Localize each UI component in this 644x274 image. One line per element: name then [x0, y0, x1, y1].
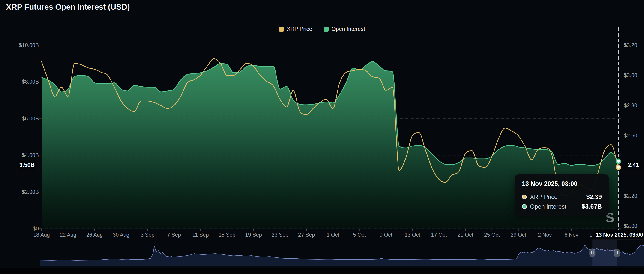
- navigator-handle-right[interactable]: [614, 249, 620, 257]
- open-interest-dot-icon: [522, 204, 527, 209]
- legend-label-open-interest: Open Interest: [332, 26, 365, 32]
- right-axis-tick-label: $2.20: [624, 192, 644, 199]
- legend-item-open-interest[interactable]: Open Interest: [324, 26, 365, 32]
- crosshair-left-axis-badge: 3.50B: [16, 160, 38, 170]
- tooltip-value-xrp-price: $2.39: [586, 193, 602, 201]
- open-interest-end-dot: [616, 159, 620, 163]
- right-axis-tick-label: $2.80: [624, 102, 644, 109]
- xrp-price-end-dot: [616, 165, 620, 169]
- left-axis-tick-label: $8.00B: [0, 78, 39, 85]
- left-axis-tick-label: $10.00B: [0, 42, 39, 49]
- left-axis-tick-label: $0: [0, 225, 39, 232]
- xrp-price-dot-icon: [522, 195, 527, 199]
- tooltip-label-open-interest: Open Interest: [530, 203, 566, 210]
- right-axis-tick-label: $2.00: [624, 223, 644, 230]
- left-axis-tick-label: $2.00B: [0, 189, 39, 195]
- tooltip-date: 13 Nov 2025, 03:00: [522, 180, 602, 187]
- tooltip-row-xrp-price: XRP Price $2.39: [522, 193, 602, 201]
- navigator-window[interactable]: [592, 240, 617, 266]
- right-axis-tick-label: $2.60: [624, 132, 644, 139]
- legend: XRP Price Open Interest: [0, 26, 644, 32]
- right-axis-tick-label: $3.20: [624, 42, 644, 49]
- navigator-area: [40, 245, 644, 266]
- legend-label-xrp-price: XRP Price: [287, 26, 312, 32]
- left-axis-tick-label: $6.00B: [0, 115, 39, 122]
- tooltip-value-open-interest: $3.67B: [582, 203, 602, 210]
- left-axis-tick-label: $4.00B: [0, 152, 39, 159]
- crosshair-right-axis-badge: 2.41: [623, 160, 644, 170]
- navigator-handle-left[interactable]: [589, 249, 595, 257]
- tooltip-row-open-interest: Open Interest $3.67B: [522, 203, 602, 210]
- page-title: XRP Futures Open Interest (USD): [6, 2, 130, 11]
- chart-panel: XRP Futures Open Interest (USD) XRP Pric…: [0, 0, 644, 274]
- right-axis-tick-label: $3.00: [624, 72, 644, 79]
- legend-item-xrp-price[interactable]: XRP Price: [279, 26, 312, 32]
- open-interest-swatch-icon: [324, 27, 328, 31]
- crosshair-date-badge: 13 Nov 2025, 03:00: [592, 230, 644, 240]
- tooltip-label-xrp-price: XRP Price: [530, 193, 558, 201]
- tooltip: 13 Nov 2025, 03:00 XRP Price $2.39 Open …: [515, 174, 609, 216]
- xrp-price-swatch-icon: [279, 27, 284, 31]
